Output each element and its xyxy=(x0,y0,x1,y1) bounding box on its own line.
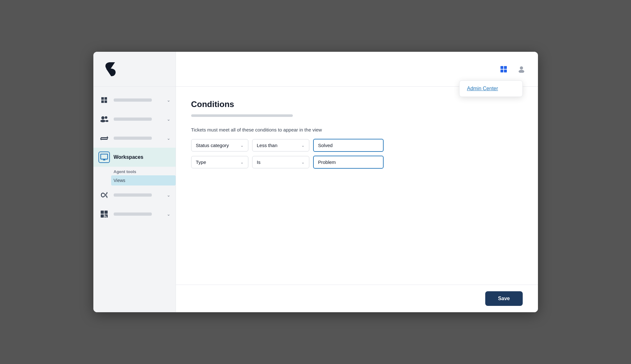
sidebar-item-routing[interactable]: ⌄ xyxy=(93,185,176,205)
chevron-down-icon-field-2: ⌄ xyxy=(240,160,244,165)
user-profile-button[interactable] xyxy=(515,63,528,76)
svg-rect-21 xyxy=(500,66,503,69)
sidebar-item-workspaces[interactable]: Workspaces xyxy=(93,148,176,167)
grid-icon-button[interactable] xyxy=(497,63,510,76)
svg-rect-8 xyxy=(101,137,108,138)
svg-rect-23 xyxy=(500,70,503,72)
sub-nav-item-views[interactable]: Views xyxy=(111,175,176,185)
operator-select-2[interactable]: Is ⌄ xyxy=(252,156,309,168)
sidebar: ⌄ ⌄ ⌄ xyxy=(93,52,176,312)
admin-center-link[interactable]: Admin Center xyxy=(467,86,498,91)
monitor-icon xyxy=(98,152,110,163)
transfer-icon xyxy=(98,132,110,144)
svg-point-6 xyxy=(105,116,107,119)
grid-icon xyxy=(500,66,507,73)
sidebar-item-transfer[interactable]: ⌄ xyxy=(93,129,176,148)
conditions-intro-text: Tickets must meet all of these condition… xyxy=(191,127,523,132)
field-select-2[interactable]: Type ⌄ xyxy=(191,156,248,168)
svg-rect-1 xyxy=(104,97,107,100)
chevron-down-icon-field-1: ⌄ xyxy=(240,143,244,148)
condition-row-2: Type ⌄ Is ⌄ xyxy=(191,156,523,169)
chevron-down-icon: ⌄ xyxy=(167,98,171,103)
svg-point-26 xyxy=(519,70,524,73)
zendesk-logo-icon xyxy=(101,61,120,78)
nav-placeholder-transfer xyxy=(114,137,163,140)
field-select-2-label: Type xyxy=(196,159,206,165)
app-window: ⌄ ⌄ ⌄ xyxy=(93,52,538,312)
svg-point-4 xyxy=(101,116,104,119)
field-select-1[interactable]: Status category ⌄ xyxy=(191,139,248,152)
sub-nav-workspaces: Agent tools Views xyxy=(93,167,176,185)
nav-placeholder-routing xyxy=(114,193,163,197)
buildings-icon xyxy=(98,94,110,106)
nav-placeholder-buildings xyxy=(114,98,163,102)
svg-marker-11 xyxy=(100,138,101,140)
svg-rect-22 xyxy=(504,66,507,69)
chevron-down-icon-2: ⌄ xyxy=(167,117,171,122)
users-icon xyxy=(98,113,110,125)
svg-rect-0 xyxy=(101,97,104,100)
footer-bar: Save xyxy=(176,285,538,312)
sidebar-item-buildings[interactable]: ⌄ xyxy=(93,91,176,110)
condition-row-1: Status category ⌄ Less than ⌄ xyxy=(191,139,523,152)
operator-select-2-label: Is xyxy=(257,159,261,165)
chevron-down-icon-4: ⌄ xyxy=(167,192,171,198)
routing-icon xyxy=(98,189,110,201)
svg-rect-20 xyxy=(104,214,108,216)
chevron-down-icon-op-2: ⌄ xyxy=(301,160,305,165)
main-content: Admin Center Conditions Tickets must mee… xyxy=(176,52,538,312)
addons-icon xyxy=(98,208,110,220)
chevron-down-icon-op-1: ⌄ xyxy=(301,143,305,148)
svg-point-5 xyxy=(100,120,105,122)
save-button[interactable]: Save xyxy=(485,291,522,306)
page-title: Conditions xyxy=(191,99,523,109)
content-area: Conditions Tickets must meet all of thes… xyxy=(176,87,538,285)
sidebar-item-addons[interactable]: ⌄ xyxy=(93,205,176,224)
svg-rect-16 xyxy=(104,211,108,214)
svg-rect-10 xyxy=(101,139,108,140)
operator-select-1-label: Less than xyxy=(257,143,278,148)
svg-rect-15 xyxy=(101,211,104,214)
operator-select-1[interactable]: Less than ⌄ xyxy=(252,139,309,152)
workspaces-label: Workspaces xyxy=(114,154,171,160)
nav-placeholder-addons xyxy=(114,212,163,216)
value-input-2[interactable] xyxy=(313,156,384,169)
svg-rect-14 xyxy=(104,159,105,160)
value-input-1[interactable] xyxy=(313,139,384,152)
svg-rect-2 xyxy=(101,100,104,103)
svg-rect-18 xyxy=(104,216,106,218)
field-select-1-label: Status category xyxy=(196,143,229,148)
topbar-icons-group xyxy=(497,63,528,76)
svg-rect-3 xyxy=(104,100,107,103)
admin-center-dropdown: Admin Center xyxy=(459,80,523,97)
svg-rect-12 xyxy=(101,154,108,159)
topbar: Admin Center xyxy=(176,52,538,87)
workspaces-label-group: Workspaces xyxy=(114,154,171,160)
chevron-down-icon-5: ⌄ xyxy=(167,212,171,217)
svg-point-25 xyxy=(520,66,523,70)
svg-rect-24 xyxy=(504,70,507,72)
user-icon xyxy=(518,66,525,73)
sub-nav-section-agent-tools: Agent tools xyxy=(114,167,176,175)
progress-bar xyxy=(191,114,293,117)
svg-point-7 xyxy=(105,120,108,122)
sidebar-nav: ⌄ ⌄ ⌄ xyxy=(93,87,176,312)
svg-rect-17 xyxy=(101,214,104,218)
sidebar-item-users[interactable]: ⌄ xyxy=(93,110,176,129)
logo-area xyxy=(93,52,176,87)
nav-placeholder-users xyxy=(114,118,163,121)
chevron-down-icon-3: ⌄ xyxy=(167,136,171,141)
